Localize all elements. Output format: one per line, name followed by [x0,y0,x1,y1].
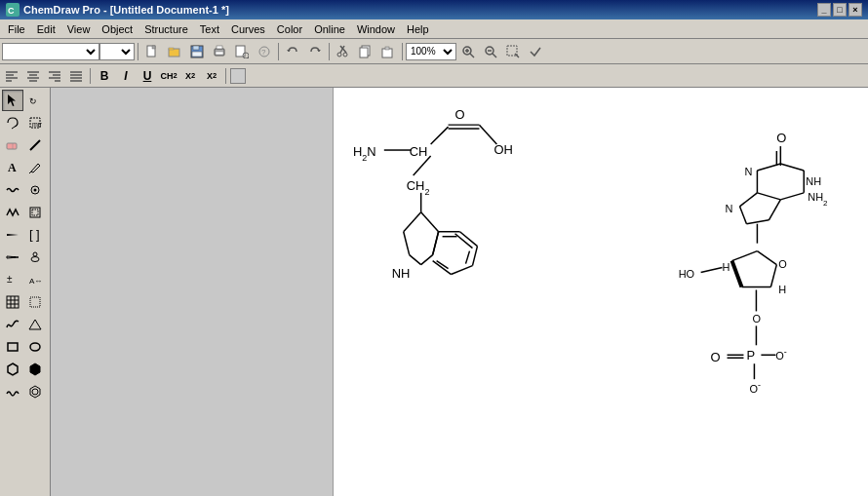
chain-tool[interactable] [2,202,23,223]
save-btn[interactable] [186,41,208,62]
triangle-tool[interactable] [24,314,46,335]
wavy-bond-tool[interactable] [2,179,23,201]
print-btn[interactable] [209,41,230,62]
rotate-tool[interactable]: ↻ [24,90,46,111]
bond-tool[interactable] [24,134,46,156]
preview-btn[interactable] [231,41,253,62]
sub2-btn[interactable]: CH2 [159,67,178,85]
svg-text:N: N [726,203,733,214]
bracket-tool[interactable]: [] [24,224,46,246]
orbital2-tool[interactable] [24,247,46,268]
canvas-area[interactable]: H2N CH O OH [51,88,868,496]
svg-text:±: ± [7,274,13,285]
check-btn[interactable] [525,41,546,62]
charge-tool[interactable]: ± [2,269,23,290]
svg-text:O: O [711,350,721,364]
bold-btn[interactable]: B [95,67,114,85]
menu-bar: File Edit View Object Structure Text Cur… [0,19,868,39]
select-tool[interactable] [2,90,23,111]
menu-view[interactable]: View [61,21,97,37]
svg-text:H2N: H2N [353,144,376,163]
menu-structure[interactable]: Structure [138,21,194,37]
svg-marker-17 [317,50,321,52]
svg-rect-10 [217,46,222,49]
dash-wedge-tool[interactable] [2,247,23,268]
italic-btn[interactable]: I [116,67,136,85]
menu-color[interactable]: Color [271,21,308,37]
redo-btn[interactable] [304,41,326,62]
subscript-btn[interactable]: X2 [180,67,200,85]
svg-rect-7 [192,52,202,57]
menu-file[interactable]: File [2,21,31,37]
align-center-btn[interactable] [23,67,43,85]
marquee-tool[interactable]: mm [24,112,46,134]
copy-btn[interactable] [355,41,376,62]
zoom-area-btn[interactable] [502,41,524,62]
lasso-tool[interactable] [2,112,23,134]
orbital-tool[interactable] [24,179,46,201]
struct-check-btn[interactable]: ? [254,41,275,62]
rect-tool[interactable] [2,336,23,358]
font-family-select[interactable] [2,43,99,60]
wedge-bond-tool[interactable] [2,224,23,246]
maximize-btn[interactable]: □ [833,3,847,17]
svg-text:H: H [723,261,730,273]
svg-line-13 [248,57,249,58]
pen-tool[interactable] [24,157,46,178]
font-size-select[interactable] [99,43,135,60]
svg-text:NH2: NH2 [808,191,828,208]
squiggle-tool[interactable] [2,381,23,402]
resize-tool[interactable]: A↔A [24,269,46,290]
menu-object[interactable]: Object [96,21,138,37]
svg-rect-80 [7,296,19,308]
zoom-in-btn[interactable] [457,41,479,62]
svg-line-131 [746,220,769,224]
svg-text:↻: ↻ [29,96,37,106]
menu-window[interactable]: Window [351,21,401,37]
open-btn[interactable] [164,41,185,62]
menu-text[interactable]: Text [194,21,225,37]
superscript-btn[interactable]: X2 [202,67,221,85]
zoom-out-btn[interactable] [480,41,501,62]
zoom-select[interactable]: 100% 50% 75% 150% 200% [406,43,456,60]
menu-help[interactable]: Help [401,21,435,37]
menu-edit[interactable]: Edit [31,21,61,37]
molecule-display[interactable]: H2N CH O OH [334,88,868,496]
eraser-tool[interactable] [2,134,23,156]
dots-tool[interactable] [24,291,46,313]
cut-btn[interactable] [333,41,354,62]
svg-rect-83 [8,343,18,351]
underline-btn[interactable]: U [138,67,157,85]
template-tool[interactable] [24,202,46,223]
title-text: ChemDraw Pro - [Untitled Document-1 *] [23,4,229,16]
svg-line-122 [780,164,804,171]
wave-tool[interactable] [2,314,23,335]
svg-text:O-: O- [775,347,787,362]
svg-rect-11 [236,46,245,57]
close-btn[interactable]: × [848,3,862,17]
svg-text:C: C [8,6,15,16]
svg-marker-82 [29,320,41,329]
benzene-tool[interactable] [24,381,46,402]
text-tool[interactable]: A [2,157,23,178]
menu-curves[interactable]: Curves [225,21,271,37]
new-btn[interactable] [141,41,163,62]
circle-tool[interactable] [24,336,46,358]
hexagon-tool[interactable] [2,359,23,380]
svg-line-31 [493,54,496,57]
svg-text:HO: HO [679,268,694,280]
color-picker-btn[interactable] [230,68,246,84]
svg-point-84 [30,343,40,351]
align-right-btn[interactable] [45,67,64,85]
minimize-btn[interactable]: _ [817,3,831,17]
align-left-btn[interactable] [2,67,21,85]
svg-point-72 [31,257,39,262]
paste-btn[interactable] [377,41,399,62]
align-justify-btn[interactable] [66,67,86,85]
svg-line-116 [466,251,470,264]
hexagon-filled-tool[interactable] [24,359,46,380]
grid-tool[interactable] [2,291,23,313]
undo-btn[interactable] [282,41,303,62]
svg-text:O: O [455,107,465,122]
menu-online[interactable]: Online [308,21,351,37]
